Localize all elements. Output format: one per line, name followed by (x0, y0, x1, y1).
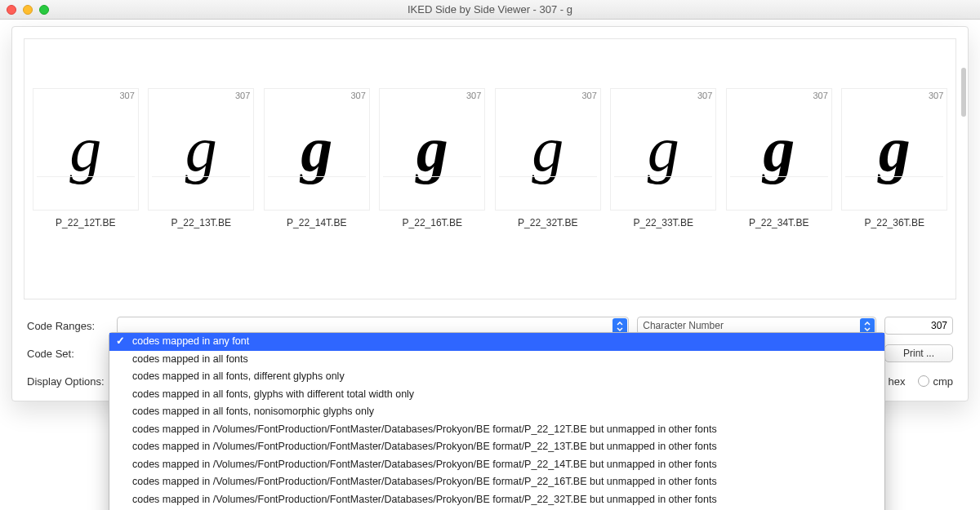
glyph-box: 307g (726, 88, 832, 211)
dropdown-item[interactable]: codes mapped in all fonts, nonisomorphic… (109, 403, 884, 421)
glyph-char: g (532, 118, 564, 181)
glyph-cell[interactable]: 307gP_22_33T.BE (610, 88, 716, 228)
glyph-char: g (69, 118, 101, 181)
baseline (730, 176, 828, 177)
glyph-cell[interactable]: 307gP_22_12T.BE (33, 88, 139, 228)
dropdown-item[interactable]: codes mapped in /Volumes/FontProduction/… (109, 491, 884, 509)
glyph-label: P_22_33T.BE (610, 217, 716, 228)
glyph-cell[interactable]: 307gP_22_32T.BE (495, 88, 601, 228)
baseline (37, 176, 135, 177)
display-options-label: Display Options: (27, 375, 117, 388)
glyph-char: g (301, 118, 332, 181)
dropdown-item[interactable]: codes mapped in any font (109, 333, 884, 351)
glyph-char: g (648, 118, 679, 181)
glyph-label: P_22_12T.BE (33, 217, 139, 228)
window-title: IKED Side by Side Viewer - 307 - g (0, 3, 980, 16)
glyph-box: 307g (379, 88, 485, 211)
dropdown-item[interactable]: codes mapped in /Volumes/FontProduction/… (109, 456, 884, 474)
dropdown-item[interactable]: codes mapped in all fonts (109, 351, 884, 369)
scrollbar[interactable] (961, 68, 966, 117)
radio-icon (918, 375, 929, 387)
code-set-label: Code Set: (27, 348, 109, 360)
baseline (614, 176, 712, 177)
glyph-row: 307gP_22_12T.BE307gP_22_13T.BE307gP_22_1… (24, 39, 956, 228)
char-number-select-label: Character Number (643, 320, 724, 331)
glyph-box: 307g (841, 88, 947, 211)
glyph-cell[interactable]: 307gP_22_34T.BE (726, 88, 832, 228)
dropdown-item[interactable]: codes mapped in /Volumes/FontProduction/… (109, 438, 884, 456)
glyph-label: P_22_16T.BE (379, 217, 485, 228)
glyph-cell[interactable]: 307gP_22_13T.BE (148, 88, 254, 228)
code-ranges-label: Code Ranges: (27, 320, 109, 332)
glyph-code: 307 (119, 91, 134, 100)
glyph-canvas: 307gP_22_12T.BE307gP_22_13T.BE307gP_22_1… (24, 38, 956, 299)
dropdown-item[interactable]: codes mapped in /Volumes/FontProduction/… (109, 421, 884, 439)
glyph-cell[interactable]: 307gP_22_36T.BE (841, 88, 947, 228)
baseline (383, 176, 481, 177)
glyph-char: g (416, 118, 448, 181)
glyph-box: 307g (33, 88, 139, 211)
glyph-cell[interactable]: 307gP_22_16T.BE (379, 88, 485, 228)
glyph-label: P_22_14T.BE (264, 217, 370, 228)
glyph-code: 307 (697, 91, 712, 100)
glyph-char: g (879, 118, 911, 181)
char-number-input[interactable] (884, 317, 953, 335)
baseline (845, 176, 943, 177)
code-set-dropdown[interactable]: codes mapped in any fontcodes mapped in … (109, 332, 885, 510)
dropdown-item[interactable]: codes mapped in all fonts, glyphs with d… (109, 386, 884, 404)
glyph-code: 307 (466, 91, 481, 100)
radio-cmp[interactable]: cmp (918, 375, 953, 388)
dropdown-item[interactable]: codes mapped in all fonts, different gly… (109, 368, 884, 386)
baseline (499, 176, 597, 177)
glyph-box: 307g (495, 88, 601, 211)
glyph-label: P_22_36T.BE (841, 217, 947, 228)
print-button[interactable]: Print ... (884, 344, 953, 362)
titlebar: IKED Side by Side Viewer - 307 - g (0, 0, 980, 20)
baseline (152, 176, 250, 177)
glyph-char: g (185, 118, 217, 181)
glyph-label: P_22_32T.BE (495, 217, 601, 228)
glyph-char: g (763, 118, 795, 181)
glyph-box: 307g (264, 88, 370, 211)
glyph-code: 307 (581, 91, 596, 100)
glyph-code: 307 (813, 91, 827, 100)
glyph-label: P_22_34T.BE (726, 217, 832, 228)
glyph-box: 307g (610, 88, 716, 211)
glyph-code: 307 (350, 91, 365, 100)
dropdown-item[interactable]: codes mapped in /Volumes/FontProduction/… (109, 473, 884, 491)
glyph-code: 307 (235, 91, 250, 100)
glyph-box: 307g (148, 88, 254, 211)
baseline (268, 176, 366, 177)
glyph-code: 307 (929, 91, 943, 100)
glyph-cell[interactable]: 307gP_22_14T.BE (264, 88, 370, 228)
glyph-label: P_22_13T.BE (148, 217, 254, 228)
